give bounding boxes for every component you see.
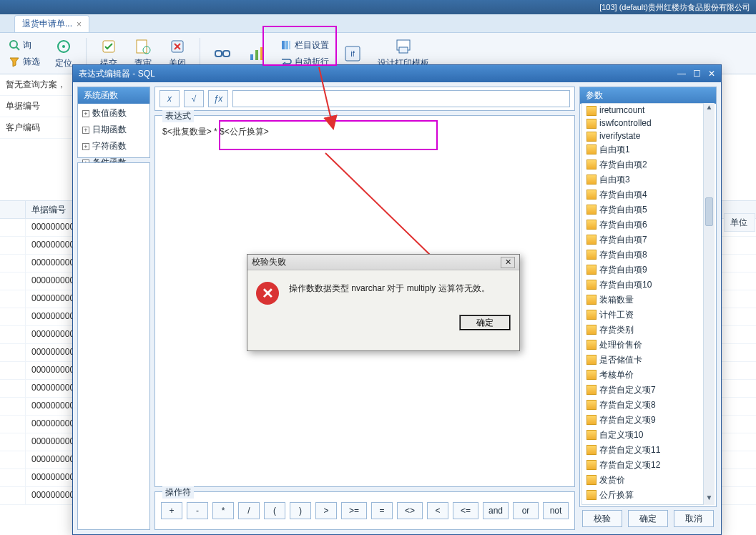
row-handle <box>0 255 26 272</box>
error-close-icon[interactable]: ✕ <box>501 257 515 268</box>
window-maximize-icon[interactable]: ☐ <box>693 69 701 79</box>
tab-close-icon[interactable]: × <box>77 19 82 29</box>
param-item[interactable]: 发货价 <box>582 473 714 488</box>
target-icon <box>54 37 73 56</box>
tree-item-label: 日期函数 <box>92 124 127 136</box>
cancel-button[interactable]: 取消 <box>674 510 714 527</box>
tree-item[interactable]: +字符函数 <box>79 138 148 154</box>
param-item[interactable]: 存货自定义项12 <box>582 458 714 473</box>
if-button[interactable]: if <box>338 43 368 64</box>
param-item[interactable]: 处理价售价 <box>582 338 714 353</box>
param-item[interactable]: iverifystate <box>582 129 714 142</box>
grid-corner <box>0 201 26 218</box>
operator-button[interactable]: = <box>371 502 393 519</box>
row-handle <box>0 398 26 415</box>
param-item[interactable]: 自定义项10 <box>582 428 714 443</box>
param-item[interactable]: 装箱数量 <box>582 293 714 308</box>
svg-text:if: if <box>350 49 355 58</box>
tree-item[interactable]: +数值函数 <box>79 105 148 122</box>
param-item[interactable]: 公斤换算 <box>582 488 714 503</box>
param-item[interactable]: 是否储值卡 <box>582 353 714 368</box>
field-doc-number: 单据编号 <box>0 96 72 117</box>
column-settings-button[interactable]: 栏目设置 <box>276 38 333 53</box>
row-handle <box>0 416 26 433</box>
row-handle <box>0 308 26 325</box>
validate-button[interactable]: 校验 <box>582 510 622 527</box>
operator-button[interactable]: <= <box>453 502 478 519</box>
query-button[interactable]: 询 <box>4 38 44 53</box>
operator-button[interactable]: + <box>161 502 182 519</box>
link-icon <box>213 44 232 63</box>
submit-icon <box>99 37 118 56</box>
grid-col-unit[interactable]: 单位 <box>724 213 755 232</box>
review-icon <box>134 37 152 56</box>
editor-title-bar[interactable]: 表达式编辑器 - SQL — ☐ ✕ <box>73 65 721 82</box>
close-icon <box>168 37 187 56</box>
param-item[interactable]: 计件工资 <box>582 308 714 323</box>
operator-button[interactable]: <> <box>397 502 423 519</box>
param-item[interactable]: 自由项3 <box>582 172 714 187</box>
tree-expander-icon[interactable]: + <box>82 110 89 117</box>
chart-button[interactable] <box>242 43 272 64</box>
operator-button[interactable]: not <box>543 502 569 519</box>
param-item[interactable]: 存货自由项6 <box>582 217 714 232</box>
tab-return-request[interactable]: 退货申请单... × <box>14 15 89 32</box>
expression-input[interactable] <box>159 123 570 140</box>
window-minimize-icon[interactable]: — <box>677 69 686 79</box>
error-title: 校验失败 <box>252 256 286 268</box>
param-item[interactable]: 考核单价 <box>582 368 714 383</box>
param-item[interactable]: 存货自由项9 <box>582 262 714 278</box>
scroll-thumb[interactable] <box>705 197 713 226</box>
error-message-text: 操作数数据类型 nvarchar 对于 multiply 运算符无效。 <box>289 282 490 295</box>
tree-expander-icon[interactable]: + <box>82 127 89 134</box>
window-close-icon[interactable]: ✕ <box>708 69 715 79</box>
link-button[interactable] <box>207 43 237 64</box>
tree-item[interactable]: +日期函数 <box>79 122 148 138</box>
param-item[interactable]: 存货自由项10 <box>582 278 714 293</box>
scroll-down-icon[interactable]: ▼ <box>704 494 715 505</box>
operator-button[interactable]: >= <box>341 502 367 519</box>
svg-rect-14 <box>260 47 263 60</box>
field-customer-code: 客户编码 <box>0 117 72 139</box>
error-title-bar[interactable]: 校验失败 ✕ <box>247 255 519 270</box>
param-item[interactable]: 存货自定义项7 <box>582 383 714 398</box>
row-handle <box>0 290 26 308</box>
operator-button[interactable]: * <box>212 502 234 519</box>
svg-point-3 <box>62 45 65 48</box>
ok-button[interactable]: 确定 <box>628 510 668 527</box>
scroll-up-icon[interactable]: ▲ <box>704 103 715 114</box>
param-item[interactable]: 存货自由项2 <box>582 157 714 172</box>
operator-button[interactable]: and <box>483 502 509 519</box>
param-item[interactable]: 存货自由项4 <box>582 187 714 202</box>
param-item[interactable]: 存货类别 <box>582 323 714 338</box>
fx-clear-button[interactable]: x <box>159 90 180 107</box>
param-item[interactable]: 自由项1 <box>582 142 714 157</box>
param-item[interactable]: ireturncount <box>582 104 714 117</box>
param-item[interactable]: 存货自由项7 <box>582 232 714 247</box>
filter-button[interactable]: 筛选 <box>4 54 44 69</box>
error-ok-button[interactable]: 确定 <box>459 315 511 330</box>
fx-confirm-button[interactable]: √ <box>184 90 204 107</box>
param-item[interactable]: 存货自定义项9 <box>582 413 714 428</box>
fx-label-button[interactable]: ƒx <box>208 90 228 107</box>
param-item[interactable]: 存货自定义项8 <box>582 398 714 413</box>
operator-button[interactable]: > <box>315 502 337 519</box>
param-item[interactable]: 存货自由项5 <box>582 202 714 217</box>
operator-button[interactable]: ) <box>290 502 311 519</box>
tree-expander-icon[interactable]: + <box>82 143 89 150</box>
svg-rect-12 <box>250 54 253 60</box>
operator-button[interactable]: ( <box>264 502 285 519</box>
row-handle <box>0 326 26 343</box>
fx-input[interactable] <box>232 90 570 107</box>
params-scrollbar[interactable]: ▲ ▼ <box>703 103 715 505</box>
operator-button[interactable]: / <box>238 502 260 519</box>
editor-title: 表达式编辑器 - SQL <box>79 68 155 80</box>
operator-button[interactable]: < <box>427 502 448 519</box>
param-item[interactable]: 存货自定义项15 <box>582 503 714 505</box>
row-handle <box>0 344 26 361</box>
operator-button[interactable]: - <box>187 502 208 519</box>
param-item[interactable]: iswfcontrolled <box>582 117 714 129</box>
param-item[interactable]: 存货自定义项11 <box>582 443 714 458</box>
param-item[interactable]: 存货自由项8 <box>582 247 714 262</box>
operator-button[interactable]: or <box>513 502 539 519</box>
